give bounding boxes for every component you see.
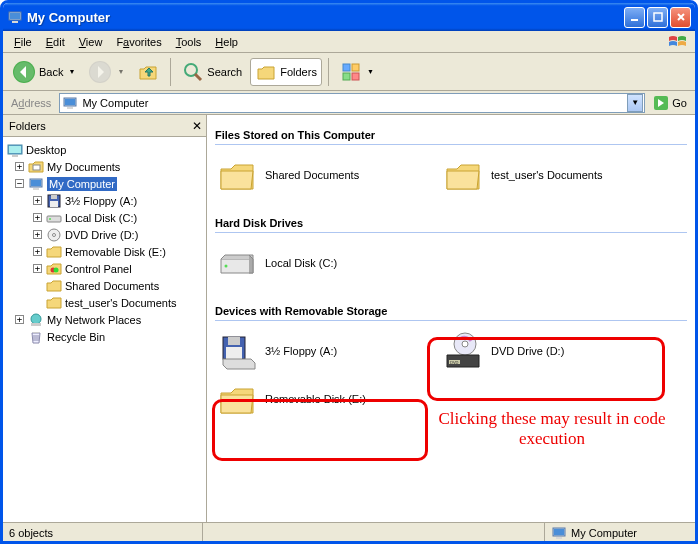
desktop-icon [7,142,23,158]
item-user-documents[interactable]: test_user's Documents [441,153,651,197]
tree-label: Local Disk (C:) [65,212,137,224]
hard-disk-icon [217,243,257,283]
views-dropdown-icon[interactable]: ▼ [367,68,374,75]
svg-rect-40 [226,347,242,359]
annotation-text: Clicking these may result in code execut… [432,409,672,449]
folders-panel-close-button[interactable]: ✕ [192,119,202,133]
views-button[interactable]: ▼ [335,58,379,86]
tree-control-panel[interactable]: + Control Panel [5,260,204,277]
tree-network[interactable]: + My Network Places [5,311,204,328]
svg-rect-20 [9,146,21,153]
folder-tree: Desktop + My Documents − My Computer + 3… [3,137,206,522]
tree-label: My Network Places [47,314,141,326]
status-location-label: My Computer [571,527,637,539]
svg-rect-27 [51,195,57,199]
svg-rect-14 [352,73,359,80]
tree-user-docs[interactable]: test_user's Documents [5,294,204,311]
section-removable: Devices with Removable Storage [215,305,687,321]
tree-my-documents[interactable]: + My Documents [5,158,204,175]
floppy-drive-icon [217,331,257,371]
menu-view[interactable]: View [72,34,110,50]
tree-recycle[interactable]: Recycle Bin [5,328,204,345]
expander-icon[interactable]: + [15,315,24,324]
tree-dvd[interactable]: + DVD Drive (D:) [5,226,204,243]
search-button[interactable]: Search [177,58,247,86]
menu-tools[interactable]: Tools [169,34,209,50]
expander-icon[interactable]: + [33,213,42,222]
minimize-button[interactable] [624,7,645,28]
svg-rect-4 [654,13,662,21]
toolbar-separator [328,58,329,86]
tree-label: DVD Drive (D:) [65,229,138,241]
folder-icon [46,278,62,294]
item-label: test_user's Documents [491,169,603,181]
address-bar: Address My Computer ▼ Go [3,91,695,115]
expander-icon[interactable]: + [33,196,42,205]
status-object-count: 6 objects [3,523,203,542]
annotation-highlight-box [427,337,665,401]
tree-label: Desktop [26,144,66,156]
address-input[interactable]: My Computer ▼ [59,93,645,113]
item-local-disk[interactable]: Local Disk (C:) [215,241,425,285]
item-label: Local Disk (C:) [265,257,337,269]
folders-panel: Folders ✕ Desktop + My Documents − My Co… [3,115,207,522]
menu-help[interactable]: Help [208,34,245,50]
toolbar-separator [170,58,171,86]
folder-icon [46,244,62,260]
item-floppy[interactable]: 3½ Floppy (A:) [215,329,425,373]
svg-rect-13 [343,73,350,80]
menu-favorites[interactable]: Favorites [109,34,168,50]
tree-removable[interactable]: + Removable Disk (E:) [5,243,204,260]
tree-label: My Computer [47,177,117,191]
windows-flag-icon [667,33,691,51]
expander-icon[interactable]: − [15,179,24,188]
expander-icon[interactable]: + [15,162,24,171]
views-icon [340,61,362,83]
folders-panel-header: Folders ✕ [3,115,206,137]
expander-icon[interactable]: + [33,247,42,256]
address-text: My Computer [82,97,148,109]
address-label: Address [7,97,55,109]
section-hard-disk: Hard Disk Drives [215,217,687,233]
go-label: Go [672,97,687,109]
up-button[interactable] [132,58,164,86]
back-button[interactable]: Back ▼ [7,57,80,87]
status-middle [203,523,545,542]
tree-my-computer[interactable]: − My Computer [5,175,204,192]
tree-shared-docs[interactable]: Shared Documents [5,277,204,294]
svg-rect-36 [31,323,41,326]
menu-file[interactable]: File [7,34,39,50]
go-button[interactable]: Go [649,94,691,112]
forward-icon [88,60,112,84]
folder-icon [443,155,483,195]
tree-label: 3½ Floppy (A:) [65,195,137,207]
window-title: My Computer [27,10,622,25]
item-shared-documents[interactable]: Shared Documents [215,153,425,197]
item-label: 3½ Floppy (A:) [265,345,337,357]
tree-desktop[interactable]: Desktop [5,141,204,158]
control-panel-icon [46,261,62,277]
svg-rect-1 [10,13,20,19]
svg-rect-12 [352,64,359,71]
expander-icon[interactable]: + [33,264,42,273]
address-icon [62,95,78,111]
expander-icon[interactable]: + [33,230,42,239]
tree-local-disk[interactable]: + Local Disk (C:) [5,209,204,226]
folders-button[interactable]: Folders [250,58,322,86]
svg-rect-24 [31,180,41,186]
menu-edit[interactable]: Edit [39,34,72,50]
dvd-icon [46,227,62,243]
back-dropdown-icon[interactable]: ▼ [68,68,75,75]
tree-floppy[interactable]: + 3½ Floppy (A:) [5,192,204,209]
tree-label: My Documents [47,161,120,173]
svg-rect-22 [33,165,40,170]
maximize-button[interactable] [647,7,668,28]
close-button[interactable] [670,7,691,28]
toolbar: Back ▼ ▼ Search Folders ▼ [3,53,695,91]
status-location: My Computer [545,523,695,542]
folders-panel-title: Folders [9,120,46,132]
back-icon [12,60,36,84]
address-dropdown-button[interactable]: ▼ [627,94,643,112]
tree-label: Control Panel [65,263,132,275]
svg-point-35 [31,314,41,324]
